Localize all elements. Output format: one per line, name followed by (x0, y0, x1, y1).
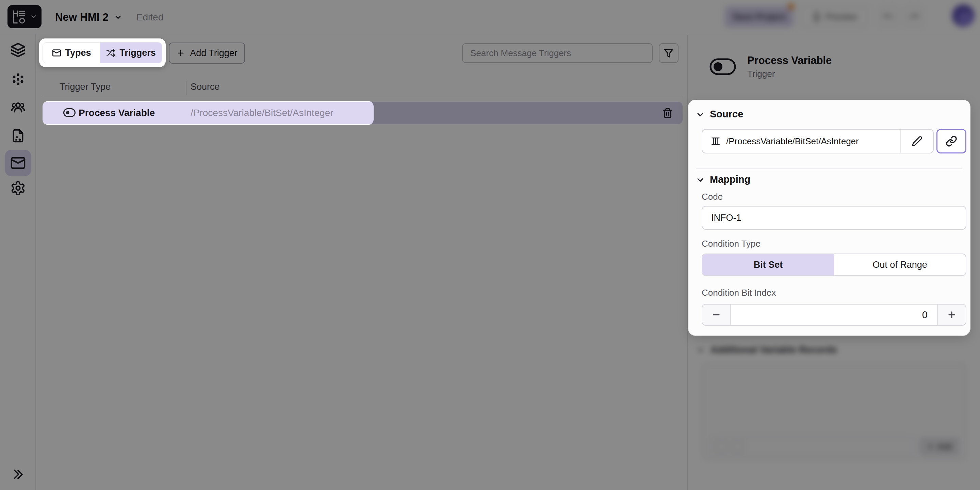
column-header-source: Source (191, 82, 220, 92)
sidebar-expand-button[interactable] (5, 461, 31, 487)
pencil-icon (912, 136, 923, 147)
add-record-label: Add (937, 442, 952, 452)
tab-types[interactable]: Types (43, 43, 100, 63)
blurred-tooltip-glow (694, 476, 885, 490)
code-label: Code (702, 192, 723, 202)
condition-option-bit-set[interactable]: Bit Set (702, 254, 834, 275)
add-trigger-button[interactable]: Add Trigger (169, 43, 245, 64)
dots-grid-icon (10, 72, 26, 87)
sidebar-item-layers[interactable] (5, 37, 31, 63)
document-title: New HMI 2 (55, 11, 108, 24)
sidebar-nav (0, 34, 36, 490)
edited-status: Edited (137, 12, 163, 23)
additional-record-field[interactable] (711, 437, 915, 456)
condition-bit-index-label: Condition Bit Index (702, 288, 776, 298)
filter-button[interactable] (659, 43, 679, 63)
search-input[interactable] (462, 43, 653, 63)
additional-records-section-blurred: Additional Variable Records Add (688, 340, 980, 490)
undo-button[interactable] (878, 7, 898, 27)
section-divider (696, 169, 962, 169)
source-section-heading: Source (710, 108, 743, 120)
sidebar-item-users[interactable] (5, 94, 31, 120)
users-icon (10, 99, 26, 115)
source-section-chevron-icon[interactable] (695, 110, 705, 119)
mapping-section-heading: Mapping (710, 174, 750, 185)
additional-records-box: Add (702, 363, 966, 460)
view-segmented-control: Types Triggers (43, 42, 162, 63)
table-header-border (43, 97, 682, 97)
additional-section-chevron-icon[interactable] (696, 346, 705, 355)
edit-source-button[interactable] (900, 130, 933, 153)
source-path-field[interactable]: /ProcessVariable/BitSet/AsInteger (702, 129, 934, 153)
assets-file-icon (10, 128, 26, 143)
save-project-button[interactable]: Save Project (725, 6, 794, 27)
add-record-button[interactable]: Add (920, 437, 959, 456)
title-chevron-down-icon[interactable] (114, 13, 122, 21)
row-trigger-type: Process Variable (79, 102, 155, 124)
preview-label: Preview (826, 11, 857, 22)
column-divider (186, 81, 186, 95)
top-bar: New HMI 2 Edited Save Project Preview (0, 0, 980, 34)
source-path-value: /ProcessVariable/BitSet/AsInteger (726, 136, 859, 147)
inspector-subtitle: Trigger (747, 69, 775, 79)
mail-icon (52, 48, 61, 57)
inspector-spotlight-card: Source /ProcessVariable/BitSet/AsInteger (689, 100, 970, 335)
mapping-section-chevron-icon[interactable] (695, 175, 705, 185)
search-container (462, 43, 653, 63)
stepper-increment-button[interactable] (937, 305, 966, 325)
sidebar-item-messages[interactable] (5, 150, 31, 176)
sidebar-item-settings[interactable] (5, 175, 31, 201)
code-input[interactable] (702, 206, 966, 230)
helo-logo-icon (12, 10, 27, 24)
bitfield-type-icon (711, 136, 721, 146)
filter-funnel-icon (663, 48, 674, 58)
inspector-title: Process Variable (747, 54, 832, 67)
record-icon-button[interactable] (716, 441, 727, 452)
preview-button[interactable]: Preview (801, 6, 868, 27)
chevrons-right-icon (12, 468, 24, 480)
column-header-trigger-type: Trigger Type (60, 82, 111, 92)
plus-icon (927, 443, 934, 450)
link-icon (946, 135, 957, 147)
tab-triggers[interactable]: Triggers (100, 43, 162, 63)
tab-triggers-label: Triggers (119, 48, 156, 58)
plus-icon (176, 49, 185, 57)
notification-dot (788, 3, 794, 10)
add-trigger-label: Add Trigger (190, 48, 237, 59)
logo-chevron-down-icon (30, 13, 37, 21)
mail-icon (10, 155, 26, 171)
app-logo-button[interactable] (8, 5, 41, 28)
user-avatar[interactable] (952, 5, 975, 27)
trigger-toggle-icon (709, 58, 737, 76)
bit-index-stepper: 0 (702, 304, 966, 326)
condition-type-segmented-control: Bit Set Out of Range (702, 253, 966, 276)
condition-option-out-of-range[interactable]: Out of Range (834, 254, 966, 275)
layers-icon (10, 42, 26, 58)
record-icon-button[interactable] (732, 441, 744, 452)
shuffle-icon (106, 48, 115, 57)
additional-section-heading: Additional Variable Records (711, 344, 837, 355)
sidebar-item-assets[interactable] (5, 123, 31, 149)
bit-index-value[interactable]: 0 (731, 305, 937, 325)
row-source-path: /ProcessVariable/BitSet/AsInteger (191, 102, 334, 124)
settings-gear-icon (10, 180, 26, 196)
table-row-process-variable[interactable]: Process Variable /ProcessVariable/BitSet… (43, 102, 682, 124)
link-source-button[interactable] (937, 129, 966, 153)
sidebar-item-components[interactable] (5, 66, 31, 92)
toggle-icon (63, 108, 76, 118)
stepper-decrement-button[interactable] (702, 305, 731, 325)
redo-button[interactable] (904, 7, 924, 27)
toolbar-actions-blurred: Save Project Preview (711, 0, 980, 34)
tab-types-label: Types (65, 48, 91, 58)
delete-trigger-button[interactable] (660, 107, 675, 119)
smartphone-icon (812, 12, 821, 21)
condition-type-label: Condition Type (702, 239, 760, 249)
